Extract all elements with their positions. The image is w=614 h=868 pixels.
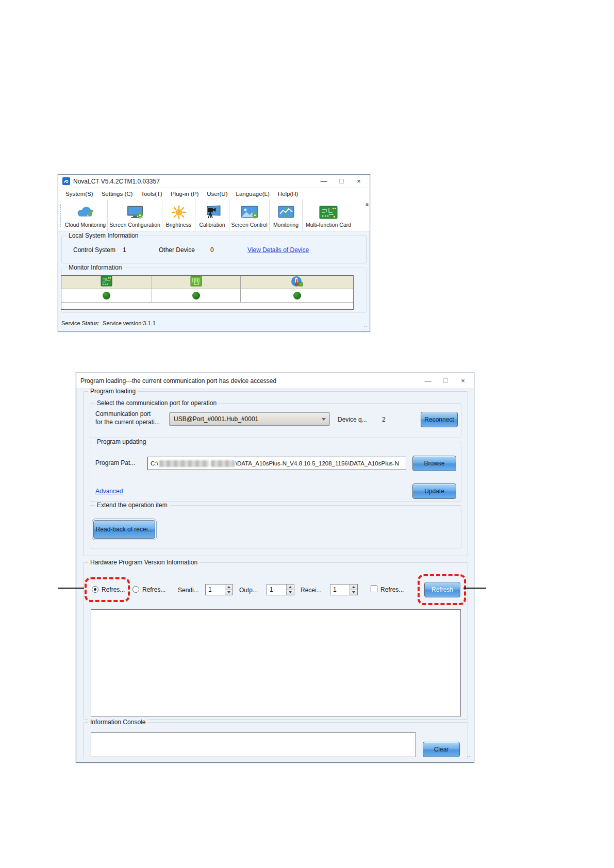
receiving-card-number-label: Recei...	[301, 587, 322, 594]
dialog-close-button[interactable]: ×	[454, 373, 472, 388]
refresh-checkbox-label: Refres...	[380, 586, 404, 593]
device-quantity-value: 2	[382, 416, 386, 423]
monitor-header-temperature	[241, 276, 353, 289]
monitor-header-receiving-card	[152, 276, 241, 289]
sending-card-icon	[101, 276, 112, 289]
maximize-button[interactable]	[333, 175, 350, 188]
menu-settings[interactable]: Settings (C)	[97, 190, 137, 198]
local-system-information-group: Local System Information Control System …	[61, 236, 367, 263]
main-menubar: System(S) Settings (C) Tools(T) Plug-in …	[58, 188, 370, 199]
receiving-card-spinner[interactable]: 1	[330, 584, 358, 595]
status-ok-dot	[293, 292, 301, 299]
toolbar-grip[interactable]	[60, 204, 61, 227]
toolbar-multi-function-card[interactable]: Multi-function Card	[303, 199, 354, 231]
monitoring-icon	[277, 204, 295, 221]
status-cell	[152, 289, 241, 302]
spin-up-icon[interactable]	[287, 585, 294, 590]
resize-grip[interactable]: .::	[362, 325, 368, 330]
program-loading-label: Program loading	[88, 388, 138, 395]
hardware-version-label: Hardware Program Version Information	[88, 559, 200, 566]
close-button[interactable]: ×	[350, 175, 368, 188]
page: NovaLCT V5.4.2CTM1.0.03357 — × System(S)…	[0, 0, 614, 868]
refresh-all-radio-label: Refres...	[102, 586, 125, 593]
left-annotation-line	[58, 588, 84, 589]
spin-up-icon[interactable]	[350, 585, 357, 590]
toolbar-calibration[interactable]: Calibration	[195, 199, 229, 231]
information-console-group: Information Console Clear	[83, 722, 468, 759]
extend-operation-label: Extend the operation item	[95, 502, 170, 509]
sending-card-value: 1	[206, 585, 225, 595]
toolbar-screen-configuration[interactable]: Screen Configuration	[108, 199, 162, 231]
novalct-logo-icon	[62, 177, 70, 185]
menu-help[interactable]: Help(H)	[274, 190, 303, 198]
select-port-label: Select the communication port for operat…	[95, 399, 219, 407]
screen-configuration-icon	[126, 204, 144, 221]
communication-port-select[interactable]: USB@Port_#0001.Hub_#0001	[169, 412, 330, 426]
program-path-visible: \DATA_A10sPlus-N_V4.8.10.5_1208_1156\DAT…	[236, 460, 399, 466]
output-port-spinner[interactable]: 1	[267, 584, 294, 595]
dialog-maximize-button[interactable]	[437, 373, 454, 388]
refresh-all-radio[interactable]	[92, 586, 98, 593]
dialog-resize-grip[interactable]: .::	[465, 755, 471, 760]
communication-port-value: USB@Port_#0001.Hub_#0001	[174, 415, 258, 423]
comm-port-label-line1: Communication port	[95, 410, 151, 418]
menu-plugin[interactable]: Plug-in (P)	[167, 190, 203, 198]
menu-system[interactable]: System(S)	[61, 190, 97, 198]
clear-button[interactable]: Clear	[423, 742, 460, 757]
refresh-button[interactable]: Refresh	[424, 582, 460, 597]
update-button[interactable]: Update	[412, 483, 456, 499]
spin-down-icon[interactable]	[350, 590, 357, 595]
dialog-titlebar: Program loading---the current communicat…	[76, 373, 474, 389]
toolbar-cloud-monitoring[interactable]: Cloud Monitoring	[63, 199, 108, 231]
service-status-text: Service Status: Service version:3.1.1	[61, 320, 156, 326]
browse-button[interactable]: Browse	[412, 456, 456, 471]
status-ok-dot	[103, 292, 110, 299]
menu-user[interactable]: User(U)	[203, 190, 231, 198]
calibration-icon	[204, 204, 221, 221]
menu-tools[interactable]: Tools(T)	[137, 190, 167, 198]
status-cell	[61, 289, 152, 302]
refresh-single-radio[interactable]	[132, 586, 139, 593]
spin-up-icon[interactable]	[225, 585, 233, 590]
monitor-table	[61, 275, 354, 310]
advanced-link[interactable]: Advanced	[95, 488, 123, 495]
novalct-main-window: NovaLCT V5.4.2CTM1.0.03357 — × System(S)…	[58, 174, 370, 332]
output-port-label: Outp...	[239, 587, 258, 594]
status-ok-dot	[192, 292, 200, 299]
information-console-label: Information Console	[88, 719, 147, 726]
program-path-input[interactable]: C:\ \DATA_A10sPlus-N_V4.8.10.5_1208_1156…	[147, 457, 406, 470]
receiving-card-icon	[190, 276, 202, 289]
information-console-box[interactable]	[91, 732, 416, 757]
brightness-icon	[171, 204, 187, 221]
menu-language[interactable]: Language(L)	[232, 190, 274, 198]
other-device-value: 0	[210, 246, 214, 254]
monitor-table-header	[61, 276, 353, 289]
dialog-minimize-button[interactable]: —	[419, 373, 437, 388]
program-path-label: Program Pat...	[95, 459, 135, 466]
extend-operation-group: Extend the operation item Read-back of r…	[90, 505, 461, 548]
receiving-card-value: 1	[330, 585, 350, 595]
dialog-title: Program loading---the current communicat…	[80, 377, 276, 385]
sending-card-number-label: Sendi...	[178, 587, 199, 594]
minimize-button[interactable]: —	[315, 175, 333, 188]
monitor-information-label: Monitor Information	[67, 264, 124, 271]
toolbar-overflow-icon[interactable]: ≡	[366, 202, 369, 207]
hardware-version-group: Hardware Program Version Information Ref…	[83, 562, 468, 720]
main-window-body: Local System Information Control System …	[58, 231, 370, 331]
toolbar-monitoring[interactable]: Monitoring	[270, 199, 303, 231]
toolbar-brightness[interactable]: Brightness	[162, 199, 195, 231]
toolbar-screen-control[interactable]: Screen Control	[229, 199, 270, 231]
multi-function-card-icon	[319, 204, 338, 221]
local-system-information-label: Local System Information	[67, 232, 140, 239]
readback-button[interactable]: Read-back of recei...	[93, 520, 155, 539]
hardware-version-listbox[interactable]	[91, 609, 461, 716]
refresh-checkbox[interactable]	[371, 586, 377, 592]
spin-down-icon[interactable]	[287, 590, 294, 595]
main-toolbar: Cloud Monitoring Screen Configuration	[58, 199, 370, 231]
monitor-table-footer-row	[61, 303, 353, 309]
spin-down-icon[interactable]	[225, 590, 233, 595]
monitor-table-status-row	[61, 289, 353, 303]
reconnect-button[interactable]: Reconnect	[421, 412, 458, 427]
sending-card-spinner[interactable]: 1	[205, 584, 233, 595]
view-details-of-device-link[interactable]: View Details of Device	[247, 246, 309, 254]
